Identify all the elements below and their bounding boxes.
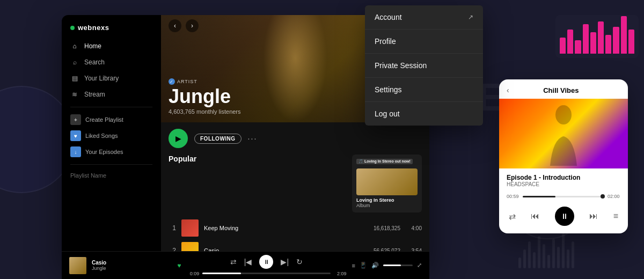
your-episodes-icon: ↓: [70, 146, 81, 157]
card-progress-dot: [601, 194, 605, 199]
dropdown-item-account[interactable]: Account ↗: [365, 5, 483, 30]
sidebar: webnexs ⌂ Home ⌕ Search ▤ Your Library ≋…: [62, 15, 161, 265]
section-row: Popular 🎵 Loving In Stereo out now! Lovi…: [169, 155, 422, 212]
chart-decoration: [555, 15, 639, 58]
bg-bar: [518, 258, 521, 268]
progress-track[interactable]: [202, 273, 330, 274]
queue-button[interactable]: ≡: [352, 262, 355, 269]
dropdown-item-logout[interactable]: Log out: [365, 102, 483, 126]
heart-icon[interactable]: ♥: [177, 262, 181, 269]
dropdown-item-label: Private Session: [375, 61, 427, 70]
card-album-art: [499, 99, 628, 168]
now-playing-info: Casio Jungle: [92, 260, 172, 271]
total-time: 2:09: [334, 271, 347, 276]
dropdown-item-profile[interactable]: Profile: [365, 30, 483, 54]
chart-bar: [613, 27, 619, 54]
popular-section-title: Popular: [169, 155, 196, 163]
more-button[interactable]: ···: [248, 134, 258, 143]
next-button[interactable]: ▶|: [281, 258, 289, 266]
sidebar-item-library[interactable]: ▤ Your Library: [62, 70, 161, 86]
fullscreen-button[interactable]: ⤢: [417, 262, 422, 269]
chart-bar: [583, 24, 589, 54]
track-plays: 16,618,325: [374, 225, 400, 231]
prev-button[interactable]: |◀: [244, 258, 252, 266]
library-item-create-playlist[interactable]: + Create Playlist: [62, 112, 161, 128]
dropdown-item-private-session[interactable]: Private Session: [365, 54, 483, 78]
bg-bar: [567, 249, 569, 268]
sidebar-item-home[interactable]: ⌂ Home: [62, 38, 161, 54]
sidebar-item-stream[interactable]: ≋ Stream: [62, 86, 161, 102]
volume-bar[interactable]: [383, 265, 413, 266]
chart-bar: [621, 16, 627, 54]
bg-bar: [562, 233, 565, 268]
card-prev-button[interactable]: ⏮: [531, 211, 539, 221]
bottom-playback-controls: ⇄ |◀ ⏸ ▶| ↻ 0:09 2:09: [186, 255, 346, 276]
chart-bar: [560, 38, 566, 54]
search-icon: ⌕: [70, 58, 79, 67]
bg-bar: [557, 247, 560, 268]
chart-bar: [598, 21, 604, 54]
forward-button[interactable]: ›: [186, 19, 199, 32]
track-name: Keep Moving: [204, 225, 368, 231]
sidebar-divider-2: [70, 164, 152, 165]
card-play-pause-button[interactable]: ⏸: [555, 207, 574, 226]
artist-name: Jungle: [169, 87, 241, 106]
play-pause-button[interactable]: ⏸: [259, 255, 273, 269]
shuffle-button[interactable]: ⇄: [230, 258, 237, 266]
card-back-button[interactable]: ‹: [507, 86, 509, 94]
chart-bar: [575, 40, 581, 54]
card-person: [499, 99, 628, 168]
bg-bar: [552, 239, 555, 268]
dropdown-item-settings[interactable]: Settings: [365, 78, 483, 102]
right-controls: ≡ 📱 🔊 ⤢: [352, 262, 422, 269]
track-row[interactable]: 1 Keep Moving 16,618,325 4:00: [169, 217, 422, 239]
dropdown-menu: Account ↗ Profile Private Session Settin…: [365, 5, 483, 126]
dropdown-item-label: Profile: [375, 37, 396, 46]
controls-area: ▶ FOLLOWING ···: [161, 122, 429, 155]
repeat-button[interactable]: ↻: [296, 258, 303, 266]
bottom-bar: Casio Jungle ♥ ⇄ |◀ ⏸ ▶| ↻ 0:09 2:09 ≡ 📱…: [62, 251, 429, 279]
stream-icon: ≋: [70, 90, 79, 99]
play-button[interactable]: ▶: [169, 129, 188, 148]
bg-bar: [547, 255, 550, 268]
bg-bar: [533, 252, 536, 268]
sidebar-logo: webnexs: [62, 21, 161, 38]
track-duration: 4:00: [406, 225, 422, 231]
sidebar-item-search[interactable]: ⌕ Search: [62, 54, 161, 70]
bg-bars: [518, 233, 574, 268]
back-button[interactable]: ‹: [169, 19, 181, 32]
card-queue-button[interactable]: ≡: [613, 211, 618, 221]
dropdown-item-label: Log out: [375, 109, 400, 118]
nav-stream-label: Stream: [84, 91, 105, 98]
card-current-time: 00:59: [507, 194, 519, 199]
track-list-area: Popular 🎵 Loving In Stereo out now! Lovi…: [161, 155, 429, 265]
artist-info: ✓ ARTIST Jungle 4,603,765 monthly listen…: [169, 78, 241, 115]
card-shuffle-button[interactable]: ⇄: [509, 211, 516, 222]
your-episodes-label: Your Episodes: [85, 149, 123, 155]
following-button[interactable]: FOLLOWING: [194, 134, 241, 144]
playlist-name[interactable]: Playlist Name: [62, 169, 161, 182]
bg-bar: [538, 236, 540, 268]
volume-icon: 🔊: [371, 262, 379, 269]
device-button[interactable]: 📱: [360, 262, 367, 269]
card-next-button[interactable]: ⏭: [589, 211, 598, 221]
library-item-your-episodes[interactable]: ↓ Your Episodes: [62, 144, 161, 160]
artist-pick-card[interactable]: 🎵 Loving In Stereo out now! Loving In St…: [352, 155, 422, 212]
playback-buttons: ⇄ |◀ ⏸ ▶| ↻: [230, 255, 303, 269]
progress-fill: [202, 273, 240, 274]
card-artist-name: HEADSPACE: [507, 181, 620, 187]
library-item-liked-songs[interactable]: ♥ Liked Songs: [62, 128, 161, 144]
artist-listeners: 4,603,765 monthly listeners: [169, 108, 241, 115]
pick-title: Loving In Stereo: [356, 197, 418, 203]
liked-songs-label: Liked Songs: [85, 133, 118, 139]
card-progress-track[interactable]: [523, 196, 604, 197]
pick-thumbnail: [356, 168, 418, 195]
track-info: Keep Moving: [204, 225, 368, 231]
dropdown-item-label: Account: [375, 13, 402, 21]
nav-home-label: Home: [84, 42, 101, 50]
card-progress: 00:59 02:00: [499, 190, 628, 202]
pick-new-badge: 🎵 Loving In Stereo out now!: [356, 159, 413, 164]
card-controls: ⇄ ⏮ ⏸ ⏭ ≡: [499, 202, 628, 233]
logo-dot: [70, 26, 75, 30]
home-icon: ⌂: [70, 42, 79, 50]
